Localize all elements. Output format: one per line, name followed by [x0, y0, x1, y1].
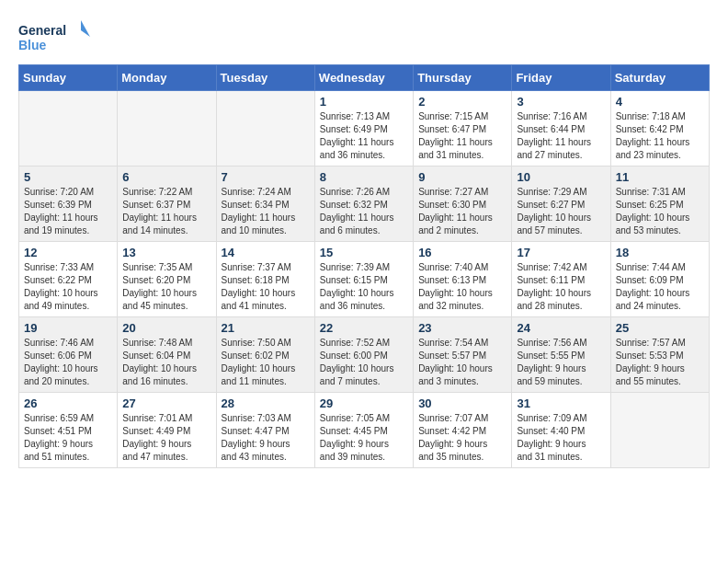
calendar-day-cell: 5Sunrise: 7:20 AM Sunset: 6:39 PM Daylig… — [19, 167, 118, 242]
day-info: Sunrise: 7:48 AM Sunset: 6:04 PM Dayligh… — [122, 337, 210, 388]
day-info: Sunrise: 7:42 AM Sunset: 6:11 PM Dayligh… — [517, 261, 605, 313]
day-info: Sunrise: 7:50 AM Sunset: 6:02 PM Dayligh… — [222, 337, 310, 388]
day-number: 6 — [122, 170, 210, 184]
day-number: 9 — [418, 170, 506, 184]
day-info: Sunrise: 7:09 AM Sunset: 4:40 PM Dayligh… — [517, 412, 605, 464]
day-info: Sunrise: 7:56 AM Sunset: 5:55 PM Dayligh… — [517, 337, 605, 388]
day-number: 30 — [418, 396, 506, 410]
day-number: 15 — [320, 246, 408, 259]
day-number: 19 — [24, 321, 112, 335]
day-number: 4 — [616, 95, 704, 109]
day-number: 1 — [320, 95, 408, 109]
day-number: 22 — [320, 321, 408, 335]
calendar-week-row: 26Sunrise: 6:59 AM Sunset: 4:51 PM Dayli… — [19, 393, 710, 468]
calendar-day-cell: 4Sunrise: 7:18 AM Sunset: 6:42 PM Daylig… — [610, 91, 709, 167]
calendar-day-cell: 28Sunrise: 7:03 AM Sunset: 4:47 PM Dayli… — [216, 393, 314, 468]
day-number: 28 — [222, 396, 310, 410]
calendar-day-cell: 14Sunrise: 7:37 AM Sunset: 6:18 PM Dayli… — [216, 242, 314, 317]
calendar-day-cell: 15Sunrise: 7:39 AM Sunset: 6:15 PM Dayli… — [314, 242, 413, 317]
calendar-table: SundayMondayTuesdayWednesdayThursdayFrid… — [18, 64, 710, 468]
day-info: Sunrise: 7:07 AM Sunset: 4:42 PM Dayligh… — [418, 412, 506, 464]
calendar-day-cell: 22Sunrise: 7:52 AM Sunset: 6:00 PM Dayli… — [314, 317, 413, 393]
day-info: Sunrise: 7:20 AM Sunset: 6:39 PM Dayligh… — [24, 186, 112, 237]
calendar-header-thursday: Thursday — [414, 65, 512, 91]
day-number: 29 — [320, 396, 408, 410]
day-info: Sunrise: 7:31 AM Sunset: 6:25 PM Dayligh… — [616, 186, 704, 237]
day-info: Sunrise: 7:29 AM Sunset: 6:27 PM Dayligh… — [517, 186, 605, 237]
day-number: 8 — [320, 170, 408, 184]
day-number: 10 — [517, 170, 605, 184]
svg-marker-2 — [81, 20, 90, 37]
calendar-week-row: 19Sunrise: 7:46 AM Sunset: 6:06 PM Dayli… — [19, 317, 710, 393]
day-number: 25 — [616, 321, 704, 335]
day-number: 17 — [517, 246, 605, 259]
day-number: 26 — [24, 396, 112, 410]
day-info: Sunrise: 7:33 AM Sunset: 6:22 PM Dayligh… — [24, 261, 112, 313]
calendar-week-row: 12Sunrise: 7:33 AM Sunset: 6:22 PM Dayli… — [19, 242, 710, 317]
calendar-day-cell: 30Sunrise: 7:07 AM Sunset: 4:42 PM Dayli… — [414, 393, 512, 468]
day-info: Sunrise: 7:35 AM Sunset: 6:20 PM Dayligh… — [122, 261, 210, 313]
calendar-week-row: 1Sunrise: 7:13 AM Sunset: 6:49 PM Daylig… — [19, 91, 710, 167]
day-number: 27 — [122, 396, 210, 410]
calendar-day-cell: 8Sunrise: 7:26 AM Sunset: 6:32 PM Daylig… — [314, 167, 413, 242]
day-info: Sunrise: 7:46 AM Sunset: 6:06 PM Dayligh… — [24, 337, 112, 388]
day-number: 16 — [418, 246, 506, 259]
calendar-day-cell — [610, 393, 709, 468]
calendar-day-cell: 23Sunrise: 7:54 AM Sunset: 5:57 PM Dayli… — [414, 317, 512, 393]
day-info: Sunrise: 7:13 AM Sunset: 6:49 PM Dayligh… — [320, 110, 408, 162]
day-number: 5 — [24, 170, 112, 184]
calendar-day-cell: 10Sunrise: 7:29 AM Sunset: 6:27 PM Dayli… — [512, 167, 610, 242]
calendar-day-cell: 18Sunrise: 7:44 AM Sunset: 6:09 PM Dayli… — [610, 242, 709, 317]
calendar-day-cell: 21Sunrise: 7:50 AM Sunset: 6:02 PM Dayli… — [216, 317, 314, 393]
day-info: Sunrise: 7:44 AM Sunset: 6:09 PM Dayligh… — [616, 261, 704, 313]
calendar-day-cell: 31Sunrise: 7:09 AM Sunset: 4:40 PM Dayli… — [512, 393, 610, 468]
day-info: Sunrise: 7:05 AM Sunset: 4:45 PM Dayligh… — [320, 412, 408, 464]
calendar-header-row: SundayMondayTuesdayWednesdayThursdayFrid… — [19, 65, 710, 91]
day-info: Sunrise: 7:37 AM Sunset: 6:18 PM Dayligh… — [222, 261, 310, 313]
day-info: Sunrise: 6:59 AM Sunset: 4:51 PM Dayligh… — [24, 412, 112, 464]
day-number: 31 — [517, 396, 605, 410]
calendar-header-sunday: Sunday — [19, 65, 118, 91]
calendar-day-cell: 19Sunrise: 7:46 AM Sunset: 6:06 PM Dayli… — [19, 317, 118, 393]
day-info: Sunrise: 7:15 AM Sunset: 6:47 PM Dayligh… — [418, 110, 506, 162]
svg-text:General: General — [18, 23, 66, 38]
day-info: Sunrise: 7:03 AM Sunset: 4:47 PM Dayligh… — [222, 412, 310, 464]
calendar-day-cell: 17Sunrise: 7:42 AM Sunset: 6:11 PM Dayli… — [512, 242, 610, 317]
day-info: Sunrise: 7:22 AM Sunset: 6:37 PM Dayligh… — [122, 186, 210, 237]
day-info: Sunrise: 7:54 AM Sunset: 5:57 PM Dayligh… — [418, 337, 506, 388]
page-header: General Blue — [18, 18, 710, 55]
calendar-day-cell: 1Sunrise: 7:13 AM Sunset: 6:49 PM Daylig… — [314, 91, 413, 167]
day-number: 3 — [517, 95, 605, 109]
day-info: Sunrise: 7:57 AM Sunset: 5:53 PM Dayligh… — [616, 337, 704, 388]
calendar-header-monday: Monday — [118, 65, 216, 91]
day-info: Sunrise: 7:27 AM Sunset: 6:30 PM Dayligh… — [418, 186, 506, 237]
logo-svg: General Blue — [18, 18, 92, 55]
calendar-day-cell: 20Sunrise: 7:48 AM Sunset: 6:04 PM Dayli… — [118, 317, 216, 393]
day-number: 7 — [222, 170, 310, 184]
calendar-day-cell: 16Sunrise: 7:40 AM Sunset: 6:13 PM Dayli… — [414, 242, 512, 317]
day-number: 21 — [222, 321, 310, 335]
calendar-day-cell: 13Sunrise: 7:35 AM Sunset: 6:20 PM Dayli… — [118, 242, 216, 317]
day-info: Sunrise: 7:40 AM Sunset: 6:13 PM Dayligh… — [418, 261, 506, 313]
day-number: 23 — [418, 321, 506, 335]
svg-text:Blue: Blue — [18, 38, 47, 52]
logo: General Blue — [18, 18, 92, 55]
day-info: Sunrise: 7:24 AM Sunset: 6:34 PM Dayligh… — [222, 186, 310, 237]
day-number: 24 — [517, 321, 605, 335]
calendar-day-cell: 3Sunrise: 7:16 AM Sunset: 6:44 PM Daylig… — [512, 91, 610, 167]
day-info: Sunrise: 7:26 AM Sunset: 6:32 PM Dayligh… — [320, 186, 408, 237]
calendar-day-cell — [19, 91, 118, 167]
calendar-day-cell: 7Sunrise: 7:24 AM Sunset: 6:34 PM Daylig… — [216, 167, 314, 242]
calendar-header-wednesday: Wednesday — [314, 65, 413, 91]
calendar-day-cell — [216, 91, 314, 167]
calendar-day-cell: 27Sunrise: 7:01 AM Sunset: 4:49 PM Dayli… — [118, 393, 216, 468]
day-info: Sunrise: 7:39 AM Sunset: 6:15 PM Dayligh… — [320, 261, 408, 313]
calendar-day-cell: 24Sunrise: 7:56 AM Sunset: 5:55 PM Dayli… — [512, 317, 610, 393]
calendar-day-cell: 2Sunrise: 7:15 AM Sunset: 6:47 PM Daylig… — [414, 91, 512, 167]
day-number: 12 — [24, 246, 112, 259]
day-number: 11 — [616, 170, 704, 184]
calendar-day-cell: 26Sunrise: 6:59 AM Sunset: 4:51 PM Dayli… — [19, 393, 118, 468]
day-number: 14 — [222, 246, 310, 259]
day-info: Sunrise: 7:52 AM Sunset: 6:00 PM Dayligh… — [320, 337, 408, 388]
calendar-day-cell: 9Sunrise: 7:27 AM Sunset: 6:30 PM Daylig… — [414, 167, 512, 242]
